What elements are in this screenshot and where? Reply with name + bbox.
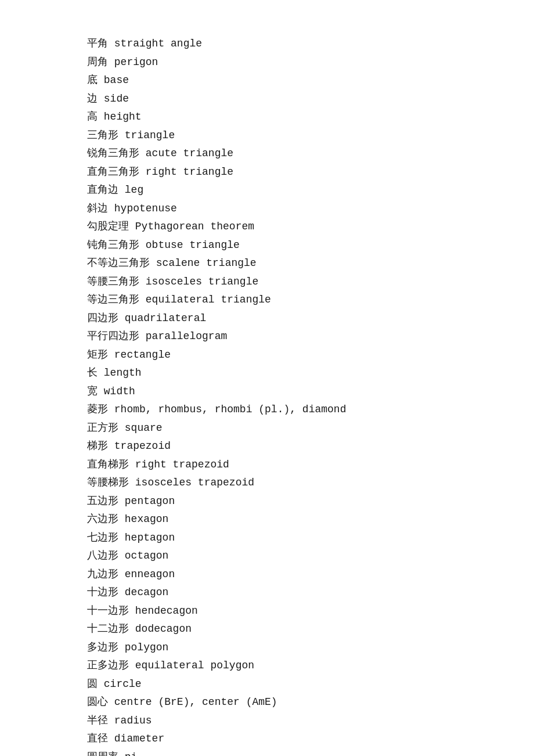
term-line: 七边形 heptagon xyxy=(87,529,499,548)
term-line: 长 length xyxy=(87,364,499,383)
term-english: rhomb, rhombus, rhombi (pl.), diamond xyxy=(114,404,347,415)
term-english: obtuse triangle xyxy=(146,239,240,251)
term-english: circle xyxy=(104,678,142,690)
term-chinese: 三角形 xyxy=(87,129,125,141)
term-chinese: 圆周率 xyxy=(87,751,125,757)
term-chinese: 七边形 xyxy=(87,532,125,543)
term-line: 高 height xyxy=(87,108,499,127)
term-chinese: 五边形 xyxy=(87,495,125,507)
term-chinese: 勾股定理 xyxy=(87,221,135,232)
term-chinese: 周角 xyxy=(87,56,114,68)
term-english: isosceles trapezoid xyxy=(135,477,254,488)
term-chinese: 斜边 xyxy=(87,203,114,214)
term-english: centre (BrE), center (AmE) xyxy=(114,696,277,708)
term-line: 直径 diameter xyxy=(87,730,499,748)
term-line: 菱形 rhomb, rhombus, rhombi (pl.), diamond xyxy=(87,401,499,419)
term-line: 四边形 quadrilateral xyxy=(87,309,499,328)
term-english: square xyxy=(125,422,163,434)
term-english: polygon xyxy=(125,642,169,653)
term-line: 三角形 triangle xyxy=(87,127,499,145)
term-line: 等腰梯形 isosceles trapezoid xyxy=(87,474,499,492)
term-english: trapezoid xyxy=(114,440,171,452)
term-english: right trapezoid xyxy=(135,459,229,470)
term-chinese: 钝角三角形 xyxy=(87,239,146,251)
term-english: acute triangle xyxy=(146,147,233,159)
term-chinese: 多边形 xyxy=(87,642,125,653)
term-english: quadrilateral xyxy=(125,312,206,324)
term-line: 圆周率 pi xyxy=(87,748,499,757)
term-chinese: 直径 xyxy=(87,733,114,744)
term-english: rectangle xyxy=(114,349,171,361)
term-english: perigon xyxy=(114,56,158,68)
term-english: straight angle xyxy=(114,38,202,49)
term-chinese: 直角梯形 xyxy=(87,459,135,470)
term-chinese: 菱形 xyxy=(87,404,114,415)
term-chinese: 直角三角形 xyxy=(87,166,146,178)
term-line: 正多边形 equilateral polygon xyxy=(87,657,499,675)
term-chinese: 六边形 xyxy=(87,513,125,525)
term-chinese: 平角 xyxy=(87,38,114,49)
term-english: dodecagon xyxy=(135,623,192,635)
term-english: scalene triangle xyxy=(156,257,257,269)
term-chinese: 十边形 xyxy=(87,586,125,598)
term-line: 勾股定理 Pythagorean theorem xyxy=(87,218,499,236)
term-chinese: 矩形 xyxy=(87,349,114,361)
term-line: 矩形 rectangle xyxy=(87,346,499,365)
term-chinese: 半径 xyxy=(87,715,114,726)
term-line: 平角 straight angle xyxy=(87,35,499,53)
term-line: 九边形 enneagon xyxy=(87,566,499,584)
term-english: decagon xyxy=(125,586,169,598)
term-line: 周角 perigon xyxy=(87,53,499,72)
term-english: diameter xyxy=(114,733,164,744)
term-line: 等边三角形 equilateral triangle xyxy=(87,291,499,309)
term-english: length xyxy=(104,367,142,379)
term-chinese: 圆 xyxy=(87,678,104,690)
term-line: 直角边 leg xyxy=(87,181,499,200)
term-line: 边 side xyxy=(87,90,499,109)
term-chinese: 正方形 xyxy=(87,422,125,434)
term-chinese: 平行四边形 xyxy=(87,330,146,342)
terms-list: 平角 straight angle周角 perigon底 base边 side高… xyxy=(87,35,499,756)
term-chinese: 梯形 xyxy=(87,440,114,452)
term-english: octagon xyxy=(125,550,169,561)
term-english: leg xyxy=(125,184,143,196)
term-line: 十边形 decagon xyxy=(87,584,499,602)
term-chinese: 锐角三角形 xyxy=(87,147,146,159)
term-line: 直角梯形 right trapezoid xyxy=(87,456,499,474)
term-english: height xyxy=(104,111,142,123)
term-chinese: 直角边 xyxy=(87,184,125,196)
term-line: 六边形 hexagon xyxy=(87,510,499,529)
term-english: Pythagorean theorem xyxy=(135,221,254,232)
term-chinese: 八边形 xyxy=(87,550,125,561)
term-english: right triangle xyxy=(146,166,233,178)
term-english: heptagon xyxy=(125,532,175,543)
term-english: triangle xyxy=(125,129,175,141)
term-chinese: 长 xyxy=(87,367,104,379)
term-line: 圆 circle xyxy=(87,675,499,694)
term-line: 圆心 centre (BrE), center (AmE) xyxy=(87,693,499,712)
term-line: 底 base xyxy=(87,71,499,90)
term-chinese: 等腰三角形 xyxy=(87,276,146,287)
term-chinese: 十二边形 xyxy=(87,623,135,635)
term-chinese: 九边形 xyxy=(87,568,125,580)
term-chinese: 不等边三角形 xyxy=(87,257,156,269)
term-english: side xyxy=(104,93,129,105)
term-line: 不等边三角形 scalene triangle xyxy=(87,254,499,273)
term-english: width xyxy=(104,386,135,397)
term-line: 钝角三角形 obtuse triangle xyxy=(87,236,499,255)
term-chinese: 等边三角形 xyxy=(87,294,146,305)
term-english: parallelogram xyxy=(146,330,227,342)
term-chinese: 等腰梯形 xyxy=(87,477,135,488)
term-english: base xyxy=(104,74,129,86)
term-line: 直角三角形 right triangle xyxy=(87,163,499,182)
term-english: pi xyxy=(125,751,138,757)
term-english: hypotenuse xyxy=(114,203,177,214)
term-chinese: 宽 xyxy=(87,386,104,397)
term-line: 多边形 polygon xyxy=(87,639,499,657)
term-english: hendecagon xyxy=(135,605,198,617)
term-line: 十一边形 hendecagon xyxy=(87,602,499,621)
term-english: equilateral triangle xyxy=(146,294,271,305)
term-line: 斜边 hypotenuse xyxy=(87,200,499,218)
term-line: 五边形 pentagon xyxy=(87,492,499,511)
term-line: 锐角三角形 acute triangle xyxy=(87,145,499,163)
